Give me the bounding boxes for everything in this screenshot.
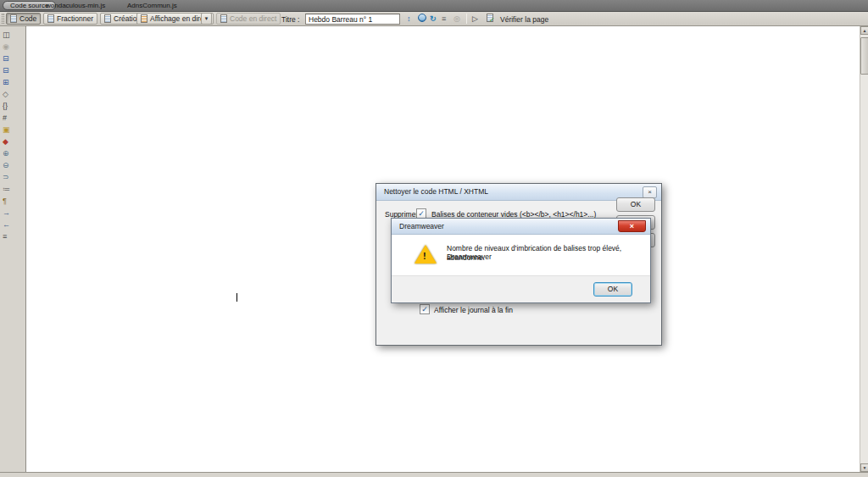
scroll-down-button[interactable]: ▼ xyxy=(860,463,868,472)
related-file-tab-2[interactable]: AdnsCommun.js xyxy=(127,2,177,9)
coding-toolbar: ◫◉⊟⊟⊞◇{}#▣◆⊕⊖⊃≔¶→←≡ xyxy=(0,26,26,472)
alert-dialog-close-icon[interactable]: × xyxy=(618,220,646,232)
status-bar-strip xyxy=(0,472,868,477)
view-options-icon[interactable]: ≡ xyxy=(442,14,446,24)
code-line: #696969;"><span color="#800080" size="3"… xyxy=(28,461,859,470)
code-line: #696969;"><span color="#800080" size="3"… xyxy=(28,104,859,114)
code-line: #696969;"><span style="color: #800080;" … xyxy=(28,376,859,385)
warning-exclamation-icon: ! xyxy=(423,251,426,261)
scrollbar-thumb[interactable] xyxy=(860,37,868,75)
live-code-button: Code en direct xyxy=(216,13,281,25)
dreamweaver-alert-dialog: Dreamweaver × ! Nombre de niveaux d'imbr… xyxy=(391,218,651,303)
code-line: helvetica, sans-serif; font-size: 10pt; … xyxy=(28,123,859,132)
alert-message-line2: abandonne. xyxy=(447,253,642,262)
check-page-checkmark-icon: ✓ xyxy=(489,15,495,25)
show-log-option-label[interactable]: Afficher le journal à la fin xyxy=(434,306,513,314)
cleanup-ok-button[interactable]: OK xyxy=(616,197,655,212)
file-management-icon[interactable]: ↕ xyxy=(407,14,411,24)
text-caret xyxy=(236,293,237,302)
collapse-selection-icon[interactable]: ⊟ xyxy=(0,65,25,77)
refresh-icon[interactable]: ↻ xyxy=(430,14,437,24)
collapse-full-tag-icon[interactable]: ⊟ xyxy=(0,53,25,65)
related-files-bar: Code source wondaculous-min.js AdnsCommu… xyxy=(0,0,868,12)
indent-code-icon[interactable]: → xyxy=(0,208,25,219)
live-view-dropdown[interactable]: ▼ xyxy=(201,13,212,25)
split-view-button[interactable]: Fractionner xyxy=(43,13,97,25)
code-line: size="3" face="arial, helvetica, sans-se… xyxy=(28,38,859,47)
toolbar-separator xyxy=(466,14,467,24)
code-line: font-weight: normal;"><strong style="col… xyxy=(28,114,859,123)
design-view-icon xyxy=(104,14,111,23)
related-file-tab-1[interactable]: wondaculous-min.js xyxy=(46,2,105,9)
live-view-icon xyxy=(141,14,147,23)
alert-dialog-titlebar[interactable]: Dreamweaver xyxy=(392,219,650,235)
document-toolbar: Code Fractionner Création Affichage en d… xyxy=(0,12,868,26)
code-line: font-weight: normal;"><strong style="col… xyxy=(28,386,859,396)
code-line: #800080;"><span color="#800080" size="3"… xyxy=(28,160,859,169)
scroll-up-button[interactable]: ▲ xyxy=(860,26,868,35)
code-line: style="color: #800080;" color="#800080" … xyxy=(28,452,859,461)
check-page-icon[interactable]: ✓ xyxy=(487,14,494,24)
code-line: helvetica, sans-serif" style="color: #80… xyxy=(28,75,859,85)
code-line: helvetica, sans-serif"><span face="arial… xyxy=(28,433,859,442)
cleanup-dialog-close-icon[interactable]: × xyxy=(643,186,657,198)
code-line: #696969;"><span style="color: #800080;" … xyxy=(28,151,859,160)
apply-comment-icon[interactable]: ⊕ xyxy=(0,148,25,160)
balance-braces-icon[interactable]: {} xyxy=(0,101,25,113)
code-line: <span face="arial, helvetica, sans-serif… xyxy=(28,66,859,75)
move-css-icon[interactable]: ¶ xyxy=(0,196,25,208)
code-line: helvetica, sans-serif"><span face="arial… xyxy=(28,405,859,414)
select-parent-tag-icon[interactable]: ◇ xyxy=(0,89,25,101)
toolbar-grip-icon xyxy=(2,14,4,24)
code-line: <strong style="color: #696969;"><span co… xyxy=(28,424,859,433)
code-line: <span color="#800080" size="3" face="ari… xyxy=(28,95,859,104)
title-label: Titre : xyxy=(281,15,299,24)
code-line: font-weight: normal;"><strong style="col… xyxy=(28,169,859,179)
code-line: <strong style="color: #696969;"><span co… xyxy=(28,367,859,376)
vertical-scrollbar[interactable]: ▲ ▼ xyxy=(860,26,868,472)
code-navigator-icon[interactable]: ◉ xyxy=(0,42,25,53)
highlight-invalid-icon[interactable]: ▣ xyxy=(0,125,25,136)
code-view-icon xyxy=(10,14,17,23)
code-line: <span face="arial, helvetica, sans-serif… xyxy=(28,141,859,151)
inspect-disabled-icon: ◎ xyxy=(453,14,460,24)
preview-browser-globe-icon[interactable] xyxy=(418,14,426,22)
code-line: ><span style="line-height: 16px;"><span … xyxy=(28,29,859,38)
code-view-button[interactable]: Code xyxy=(6,13,41,25)
code-line: helvetica, sans-serif"><span face="arial… xyxy=(28,57,859,66)
alert-ok-button[interactable]: OK xyxy=(593,282,632,297)
remove-comment-icon[interactable]: ⊖ xyxy=(0,160,25,172)
show-log-checkbox[interactable]: ✓ xyxy=(420,304,430,314)
code-line: <span color="#800080" size="3" face="ari… xyxy=(28,348,859,358)
outdent-code-icon[interactable]: ← xyxy=(0,219,25,231)
line-numbers-icon[interactable]: # xyxy=(0,113,25,125)
format-source-icon[interactable]: ≡ xyxy=(0,231,25,243)
syntax-error-alerts-icon[interactable]: ◆ xyxy=(0,136,25,148)
code-line: #696969;"><span color="#800080" size="3"… xyxy=(28,358,859,367)
live-inspect-icon[interactable]: ▷ xyxy=(472,14,478,24)
code-line: <span style="color: #800080;" color="#80… xyxy=(28,86,859,95)
split-view-icon xyxy=(47,14,54,23)
code-line: "3" face="arial, helvetica, sans-serif">… xyxy=(28,47,859,57)
live-code-icon xyxy=(220,14,227,23)
wrap-tag-icon[interactable]: ⊃ xyxy=(0,172,25,184)
code-line: helvetica, sans-serif" style="color: #80… xyxy=(28,132,859,141)
code-line: style="color: #800080;" color="#800080" … xyxy=(28,414,859,424)
recent-snippets-icon[interactable]: ≔ xyxy=(0,184,25,196)
code-line: helvetica, sans-serif"><span face="arial… xyxy=(28,442,859,452)
code-line: helvetica, sans-serif; font-size: 10pt; … xyxy=(28,396,859,405)
document-title-input[interactable] xyxy=(305,14,400,25)
open-documents-icon[interactable]: ◫ xyxy=(0,30,25,42)
check-page-label[interactable]: Vérifier la page xyxy=(500,15,548,24)
expand-all-icon[interactable]: ⊞ xyxy=(0,77,25,89)
dreamweaver-window: Code source wondaculous-min.js AdnsCommu… xyxy=(0,0,868,477)
